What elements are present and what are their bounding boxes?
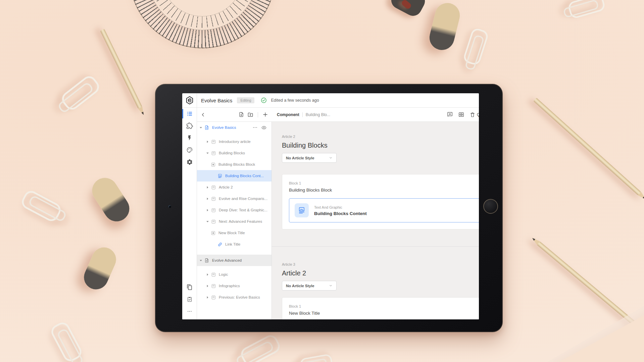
sidebar-item-logic[interactable]: Logic	[197, 269, 271, 280]
sidebar-item-label: Evolve Basics	[212, 125, 236, 130]
paperclip-left	[19, 189, 63, 224]
block-kicker: Block 1	[289, 304, 479, 309]
caret-down-icon[interactable]	[205, 220, 210, 223]
app-screen: Evolve Basics Editing Edited a few secon…	[182, 93, 479, 319]
component-title: Building Blocks Content	[314, 211, 367, 216]
sidebar-item-label: New Block Title	[218, 231, 245, 235]
chevron-down-icon	[329, 156, 333, 160]
paperclip-top-left	[59, 73, 102, 113]
row-action-eye-icon[interactable]	[261, 125, 267, 131]
article-icon	[211, 151, 216, 156]
quick-menu-text[interactable]: Qu	[476, 112, 479, 117]
article-icon	[211, 208, 216, 213]
triangle-ruler	[535, 297, 644, 362]
rail-item-toc[interactable]	[182, 108, 197, 120]
sidebar-item-label: Evolve Advanced	[212, 258, 242, 262]
caret-right-icon[interactable]	[205, 209, 210, 212]
caret-down-icon[interactable]	[198, 126, 203, 129]
structure-sidebar: Evolve Basics Introductory article Build…	[197, 122, 272, 319]
article-icon	[211, 219, 216, 224]
sidebar-item-building-blocks-cont[interactable]: Building Blocks Cont...	[197, 170, 271, 182]
caret-right-icon[interactable]	[205, 285, 210, 288]
rail-item-clipboard-check[interactable]	[182, 293, 197, 305]
add-component-icon[interactable]	[447, 111, 453, 118]
component-type: Text And Graphic	[314, 205, 367, 210]
rail-item-palette[interactable]	[182, 144, 197, 156]
sidebar-item-new-block-title[interactable]: New Block Title	[197, 227, 271, 239]
more-h-icon	[187, 309, 192, 314]
folder-plus-icon[interactable]	[247, 112, 253, 118]
toolbar-main-section: Component Building Blo... Qu	[271, 108, 479, 121]
back-icon[interactable]	[200, 112, 206, 117]
rail-item-copy[interactable]	[182, 281, 197, 293]
row-action-more-h-icon[interactable]	[252, 125, 258, 130]
article-icon	[211, 272, 216, 277]
sidebar-item-deep-dive-text-graphic[interactable]: Deep Dive: Text & Graphic...	[197, 204, 271, 216]
rail-item-bolt[interactable]	[182, 132, 197, 144]
toc-icon	[186, 110, 193, 117]
file-plus-icon[interactable]	[239, 112, 244, 117]
article-section-building-blocks: Article 2 Building Blocks No Article Sty…	[272, 122, 479, 229]
component-card-building-blocks-content[interactable]: Text And Graphic Building Blocks Content	[289, 198, 479, 222]
block-icon	[211, 230, 216, 236]
sidebar-item-label: Next: Advanced Features	[219, 219, 262, 223]
article-style-value: No Article Style	[286, 156, 329, 160]
sidebar-item-infographics[interactable]: Infographics	[197, 280, 271, 292]
eraser-top-right	[427, 0, 462, 53]
rail-item-gear[interactable]	[182, 156, 197, 168]
front-camera	[168, 205, 171, 208]
sidebar-item-building-blocks-block[interactable]: Building Blocks Block	[197, 159, 271, 170]
rail-item-more-h[interactable]	[182, 305, 197, 317]
caret-down-icon[interactable]	[205, 152, 210, 155]
sidebar-item-previous-evolve-basics[interactable]: Previous: Evolve Basics	[197, 292, 271, 303]
sidebar-item-label: Infographics	[219, 284, 240, 288]
paperclip-top-right	[462, 27, 490, 66]
sidebar-item-next-advanced-features[interactable]: Next: Advanced Features	[197, 216, 271, 227]
sidebar-item-link-title[interactable]: Link Title	[197, 239, 271, 250]
bolt-icon	[187, 135, 193, 141]
article-style-select[interactable]: No Article Style	[282, 153, 337, 163]
evolve-logo-cell[interactable]	[182, 93, 197, 107]
caret-right-icon[interactable]	[205, 273, 210, 276]
sidebar-item-label: Introductory article	[219, 140, 251, 144]
eraser-left-1	[87, 173, 134, 226]
sidebar-item-article-2[interactable]: Article 2	[197, 182, 271, 193]
block-kicker: Block 1	[289, 181, 479, 186]
paperclip-top-far-right	[567, 0, 606, 19]
save-status-text: Edited a few seconds ago	[271, 98, 319, 103]
article-style-select[interactable]: No Article Style	[282, 281, 337, 291]
caret-right-icon[interactable]	[205, 296, 210, 299]
article-icon	[211, 185, 216, 190]
sidebar-item-evolve-basics[interactable]: Evolve Basics	[197, 122, 271, 133]
tree-gap	[197, 133, 271, 136]
tablet: Evolve Basics Editing Edited a few secon…	[155, 84, 503, 332]
eraser-left-2	[80, 244, 120, 293]
block-title: New Block Title	[289, 311, 479, 316]
desk-background: Evolve Basics Editing Edited a few secon…	[0, 0, 644, 362]
sidebar-item-evolve-advanced[interactable]: Evolve Advanced	[197, 255, 271, 266]
article-section-article-2: Article 3 Article 2 No Article Style Blo…	[272, 247, 479, 319]
article-title: Article 2	[282, 269, 479, 277]
left-icon-rail	[182, 108, 197, 319]
caret-right-icon[interactable]	[205, 197, 210, 200]
editor-main: Article 2 Building Blocks No Article Sty…	[272, 122, 479, 319]
sidebar-item-building-blocks[interactable]: Building Blocks	[197, 147, 271, 159]
caret-right-icon[interactable]	[205, 186, 210, 189]
block-card-new-block-title[interactable]: Block 1 New Block Title	[282, 297, 479, 319]
caret-right-icon[interactable]	[205, 140, 210, 143]
palette-icon	[186, 147, 193, 153]
block-card-building-blocks-block[interactable]: Block 1 Building Blocks Block Text And G…	[282, 174, 479, 229]
paperclip-bottom-left	[49, 320, 84, 362]
sidebar-item-evolve-and-rise-comparis[interactable]: Evolve and Rise Comparis...	[197, 193, 271, 204]
copy-icon	[187, 284, 193, 290]
delete-icon[interactable]	[469, 112, 476, 118]
plus-icon[interactable]	[262, 112, 268, 117]
sidebar-item-introductory-article[interactable]: Introductory article	[197, 136, 271, 147]
home-button	[483, 199, 498, 214]
rail-spacer	[182, 168, 197, 281]
rail-item-puzzle[interactable]	[182, 120, 197, 132]
caret-down-icon[interactable]	[198, 259, 203, 262]
sidebar-item-label: Previous: Evolve Basics	[219, 295, 260, 299]
breadcrumb-type[interactable]: Component	[277, 112, 299, 117]
preview-icon[interactable]	[458, 111, 464, 118]
